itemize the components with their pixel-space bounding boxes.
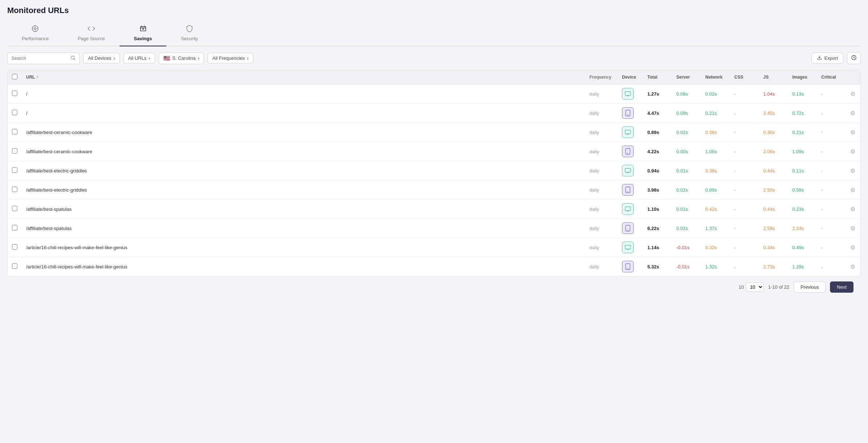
row-checkbox[interactable] xyxy=(12,167,17,173)
row-action[interactable]: ⚙ xyxy=(846,257,860,276)
row-checkbox-cell[interactable] xyxy=(8,84,22,104)
tab-performance[interactable]: Performance xyxy=(7,21,63,46)
row-css: - xyxy=(730,161,759,180)
chevron-down-icon-2: › xyxy=(149,55,150,61)
mobile-icon xyxy=(622,261,634,272)
row-checkbox[interactable] xyxy=(12,206,17,211)
row-device xyxy=(618,200,643,219)
row-device xyxy=(618,180,643,200)
chevron-down-icon-3: › xyxy=(198,55,199,61)
row-checkbox-cell[interactable] xyxy=(8,180,22,200)
row-server: 0.09s xyxy=(672,104,701,123)
gear-button[interactable]: ⚙ xyxy=(850,187,855,193)
row-server: 0.02s xyxy=(672,123,701,142)
performance-icon xyxy=(31,25,39,34)
row-checkbox-cell[interactable] xyxy=(8,238,22,257)
row-total: 4.47s xyxy=(643,104,672,123)
row-action[interactable]: ⚙ xyxy=(846,84,860,104)
row-checkbox-cell[interactable] xyxy=(8,104,22,123)
gear-button[interactable]: ⚙ xyxy=(850,148,855,155)
filter-all-urls[interactable]: All URLs › xyxy=(124,53,155,63)
svg-rect-29 xyxy=(625,207,631,211)
row-checkbox-cell[interactable] xyxy=(8,142,22,161)
search-wrapper[interactable] xyxy=(7,53,80,64)
row-js: 2.73s xyxy=(759,257,788,276)
gear-button[interactable]: ⚙ xyxy=(850,263,855,270)
row-checkbox-cell[interactable] xyxy=(8,200,22,219)
row-action[interactable]: ⚙ xyxy=(846,104,860,123)
row-action[interactable]: ⚙ xyxy=(846,123,860,142)
flag-icon: 🇺🇸 xyxy=(163,55,170,62)
gear-button[interactable]: ⚙ xyxy=(850,244,855,251)
row-checkbox-cell[interactable] xyxy=(8,257,22,276)
row-total: 5.32s xyxy=(643,257,672,276)
svg-rect-34 xyxy=(625,245,631,249)
filter-location[interactable]: 🇺🇸 S. Carolina › xyxy=(159,53,204,64)
gear-button[interactable]: ⚙ xyxy=(850,206,855,213)
svg-rect-19 xyxy=(625,130,631,134)
filter-frequency-label: All Frequencies xyxy=(212,55,245,61)
row-action[interactable]: ⚙ xyxy=(846,142,860,161)
row-checkbox-cell[interactable] xyxy=(8,161,22,180)
row-images: 2.24s xyxy=(788,219,817,238)
row-critical: - xyxy=(817,84,846,104)
export-icon xyxy=(817,55,822,61)
row-frequency: daily xyxy=(585,104,618,123)
previous-button[interactable]: Previous xyxy=(794,281,826,293)
row-action[interactable]: ⚙ xyxy=(846,219,860,238)
clock-button[interactable] xyxy=(847,52,861,64)
row-js: 3.45s xyxy=(759,104,788,123)
row-url: /article/16-chili-recipes-will-make-feel… xyxy=(22,257,585,276)
tab-security[interactable]: Security xyxy=(166,21,212,46)
per-page-select[interactable]: 10 25 50 xyxy=(746,283,764,292)
tab-savings[interactable]: Savings xyxy=(120,21,167,46)
row-checkbox[interactable] xyxy=(12,187,17,192)
row-critical: - xyxy=(817,257,846,276)
row-checkbox[interactable] xyxy=(12,91,17,96)
mobile-icon xyxy=(622,146,634,157)
row-url: /affiliate/best-spatulas xyxy=(22,219,585,238)
row-frequency: daily xyxy=(585,238,618,257)
col-url[interactable]: URL ↑ xyxy=(22,70,585,84)
clock-icon xyxy=(851,55,857,62)
row-css: - xyxy=(730,219,759,238)
search-input[interactable] xyxy=(11,55,68,61)
row-checkbox-cell[interactable] xyxy=(8,123,22,142)
export-button[interactable]: Export xyxy=(811,53,843,64)
row-action[interactable]: ⚙ xyxy=(846,161,860,180)
gear-button[interactable]: ⚙ xyxy=(850,91,855,97)
row-checkbox[interactable] xyxy=(12,225,17,230)
row-checkbox[interactable] xyxy=(12,244,17,250)
row-checkbox[interactable] xyxy=(12,148,17,154)
row-action[interactable]: ⚙ xyxy=(846,200,860,219)
next-button[interactable]: Next xyxy=(830,281,854,293)
gear-button[interactable]: ⚙ xyxy=(850,129,855,136)
row-action[interactable]: ⚙ xyxy=(846,180,860,200)
row-checkbox[interactable] xyxy=(12,110,17,115)
row-checkbox[interactable] xyxy=(12,129,17,134)
row-checkbox-cell[interactable] xyxy=(8,219,22,238)
gear-button[interactable]: ⚙ xyxy=(850,225,855,232)
select-all-header[interactable] xyxy=(8,70,22,84)
tab-security-label: Security xyxy=(181,36,198,41)
svg-point-1 xyxy=(34,28,36,30)
row-css: - xyxy=(730,84,759,104)
row-url: /affiliate/best-electric-griddles xyxy=(22,180,585,200)
filter-all-devices-label: All Devices xyxy=(88,55,111,61)
select-all-checkbox[interactable] xyxy=(12,74,17,79)
row-images: 0.72s xyxy=(788,104,817,123)
row-action[interactable]: ⚙ xyxy=(846,238,860,257)
row-network: 0.36s xyxy=(701,123,730,142)
row-server: 0.02s xyxy=(672,180,701,200)
gear-button[interactable]: ⚙ xyxy=(850,167,855,174)
tab-page-source[interactable]: Page Source xyxy=(63,21,119,46)
row-network: 1.37s xyxy=(701,219,730,238)
filter-frequency[interactable]: All Frequencies › xyxy=(208,53,253,63)
row-critical: - xyxy=(817,123,846,142)
filter-all-devices[interactable]: All Devices › xyxy=(83,53,120,63)
row-url: /affiliate/best-ceramic-cookware xyxy=(22,142,585,161)
row-checkbox[interactable] xyxy=(12,263,17,269)
gear-button[interactable]: ⚙ xyxy=(850,110,855,117)
row-network: 0.21s xyxy=(701,104,730,123)
row-total: 1.10s xyxy=(643,200,672,219)
